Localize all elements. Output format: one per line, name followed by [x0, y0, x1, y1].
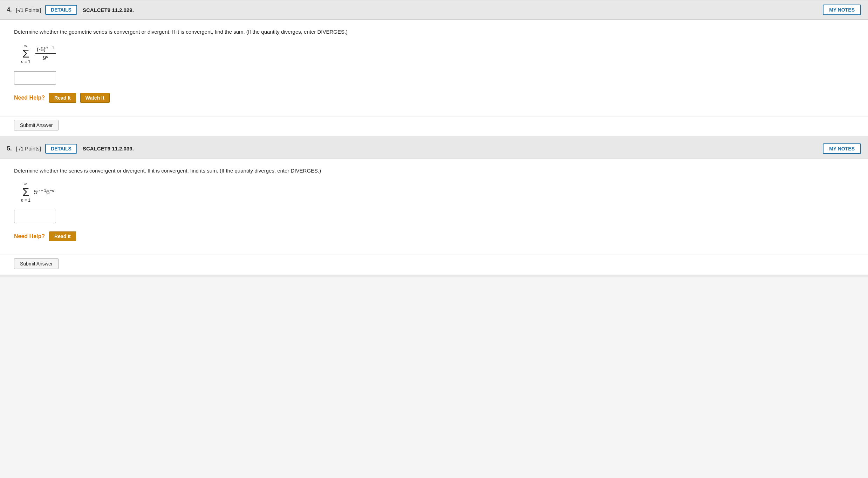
- question-4-need-help-row: Need Help? Read It Watch It: [14, 93, 854, 103]
- question-5-my-notes-button[interactable]: MY NOTES: [823, 143, 861, 154]
- question-5-code: SCALCET9 11.2.039.: [83, 146, 134, 152]
- question-4-answer-input[interactable]: [14, 71, 56, 85]
- question-5-body: Determine whether the series is converge…: [0, 159, 868, 255]
- question-4: 4. [-/1 Points] DETAILS SCALCET9 11.2.02…: [0, 0, 868, 136]
- question-5-header: 5. [-/1 Points] DETAILS SCALCET9 11.2.03…: [0, 139, 868, 159]
- question-4-code: SCALCET9 11.2.029.: [83, 7, 134, 13]
- question-4-watch-it-button[interactable]: Watch It: [80, 93, 110, 103]
- question-4-submit-row: Submit Answer: [0, 116, 868, 136]
- question-4-number: 4.: [7, 7, 12, 13]
- question-5: 5. [-/1 Points] DETAILS SCALCET9 11.2.03…: [0, 139, 868, 275]
- question-5-number: 5.: [7, 146, 12, 152]
- question-5-details-button[interactable]: DETAILS: [45, 144, 77, 154]
- question-4-formula: ∞ Σ n = 1 (-5)n − 1 9n: [21, 43, 854, 64]
- sigma-symbol-5: ∞ Σ n = 1: [21, 182, 30, 203]
- question-5-submit-row: Submit Answer: [0, 255, 868, 275]
- question-5-answer-input[interactable]: [14, 210, 56, 223]
- question-4-read-it-button[interactable]: Read It: [49, 93, 76, 103]
- fraction-4: (-5)n − 1 9n: [35, 46, 56, 62]
- question-5-text: Determine whether the series is converge…: [14, 167, 854, 175]
- question-5-read-it-button[interactable]: Read It: [49, 231, 76, 241]
- question-4-need-help-label: Need Help?: [14, 95, 45, 101]
- question-4-details-button[interactable]: DETAILS: [45, 5, 77, 15]
- question-4-points: [-/1 Points]: [16, 7, 41, 13]
- divider-2: [0, 275, 868, 277]
- question-4-submit-button[interactable]: Submit Answer: [14, 120, 59, 130]
- question-5-points: [-/1 Points]: [16, 146, 41, 152]
- question-4-header: 4. [-/1 Points] DETAILS SCALCET9 11.2.02…: [0, 0, 868, 20]
- question-5-need-help-row: Need Help? Read It: [14, 231, 854, 241]
- question-5-formula: ∞ Σ n = 1 5n + 16−n: [21, 182, 854, 203]
- question-5-need-help-label: Need Help?: [14, 233, 45, 240]
- question-5-submit-button[interactable]: Submit Answer: [14, 258, 59, 269]
- sigma-symbol-4: ∞ Σ n = 1: [21, 43, 30, 64]
- question-4-text: Determine whether the geometric series i…: [14, 28, 854, 36]
- divider-1: [0, 136, 868, 139]
- question-4-my-notes-button[interactable]: MY NOTES: [823, 5, 861, 15]
- question-4-body: Determine whether the geometric series i…: [0, 20, 868, 116]
